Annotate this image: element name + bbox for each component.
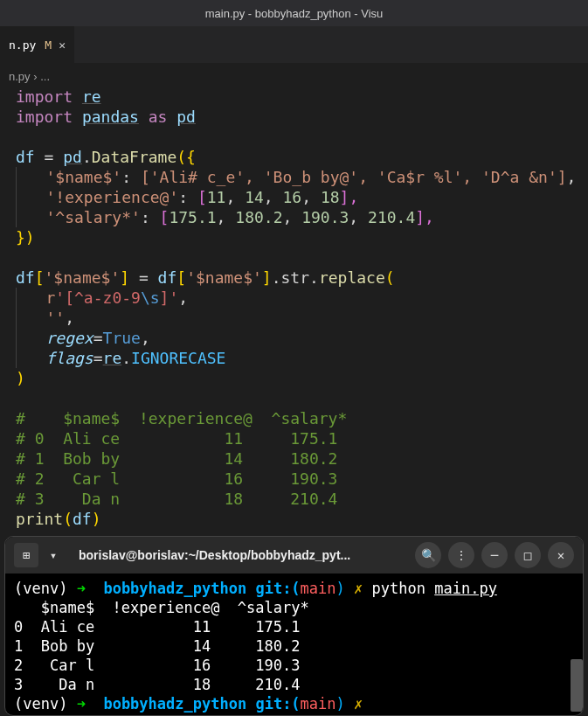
breadcrumb-sep: › — [33, 70, 37, 83]
plus-icon: ⊞ — [23, 548, 30, 562]
code-line: '$name$': ['Ali# c_e', 'Bo_b by@', 'Ca$r… — [16, 167, 572, 187]
code-line: '!experience@': [11, 14, 16, 18], — [16, 187, 572, 207]
close-icon: ✕ — [557, 548, 564, 562]
code-comment: # $name$ !experience@ ^salary* — [16, 408, 572, 428]
code-comment: # 3 Da n 18 210.4 — [16, 489, 572, 509]
code-line: print(df) — [16, 509, 572, 529]
terminal-output: 1 Bob by 14 180.2 — [14, 636, 574, 656]
editor-tab-bar: n.py M ✕ bobbyhadz.com 📦 — [0, 26, 588, 63]
code-line: import re — [16, 87, 572, 107]
tab-main-py[interactable]: n.py M ✕ — [0, 26, 74, 63]
terminal-output: $name$ !experience@ ^salary* — [14, 598, 574, 617]
terminal-line: (venv) ➜ bobbyhadz_python git:(main) ✗ — [14, 694, 574, 713]
breadcrumb-file: n.py — [9, 70, 31, 83]
minimize-button[interactable]: ─ — [481, 542, 508, 568]
tab-modified-indicator: M — [45, 38, 52, 52]
close-icon[interactable]: ✕ — [59, 38, 66, 52]
dropdown-button[interactable]: ▾ — [45, 543, 61, 567]
code-comment: # 1 Bob by 14 180.2 — [16, 448, 572, 469]
tab-label: n.py — [9, 38, 36, 52]
terminal-line: (venv) ➜ bobbyhadz_python git:(main) ✗ p… — [14, 579, 574, 598]
terminal-panel: ⊞ ▾ borislav@borislav:~/Desktop/bobbyhad… — [4, 536, 584, 716]
search-button[interactable]: 🔍 — [415, 542, 441, 568]
new-tab-button[interactable]: ⊞ — [14, 543, 38, 567]
minimize-icon: ─ — [491, 548, 498, 562]
terminal-header: ⊞ ▾ borislav@borislav:~/Desktop/bobbyhad… — [5, 537, 583, 573]
close-button[interactable]: ✕ — [548, 542, 574, 568]
code-line: import pandas as pd — [16, 107, 572, 127]
menu-button[interactable]: ⋮ — [448, 542, 474, 568]
scrollbar-thumb[interactable] — [571, 659, 583, 712]
code-comment: # 2 Car l 16 190.3 — [16, 469, 572, 489]
breadcrumb-more: ... — [40, 70, 50, 83]
terminal-body[interactable]: (venv) ➜ bobbyhadz_python git:(main) ✗ p… — [5, 573, 583, 716]
breadcrumb[interactable]: n.py › ... — [0, 68, 588, 87]
window-title: main.py - bobbyhadz_python - Visu — [205, 7, 384, 20]
search-icon: 🔍 — [421, 548, 436, 562]
code-comment: # 0 Ali ce 11 175.1 — [16, 428, 572, 448]
code-line: r'[^a-z0-9\s]', — [16, 288, 572, 308]
code-line: flags=re.IGNORECASE — [16, 348, 572, 368]
terminal-output: 0 Ali ce 11 175.1 — [14, 617, 574, 636]
code-line: df['$name$'] = df['$name$'].str.replace( — [16, 268, 572, 288]
terminal-title: borislav@borislav:~/Desktop/bobbyhadz_py… — [68, 548, 408, 562]
window-title-bar: main.py - bobbyhadz_python - Visu — [0, 0, 588, 26]
code-line: }) — [16, 227, 572, 247]
code-line: '^salary*': [175.1, 180.2, 190.3, 210.4]… — [16, 207, 572, 227]
terminal-output: 2 Car l 16 190.3 — [14, 656, 574, 675]
code-line: regex=True, — [16, 328, 572, 348]
code-line: ) — [16, 368, 572, 388]
maximize-button[interactable]: □ — [515, 542, 541, 568]
code-line: df = pd.DataFrame({ — [16, 147, 572, 167]
terminal-output: 3 Da n 18 210.4 — [14, 675, 574, 694]
code-line: '', — [16, 308, 572, 328]
chevron-down-icon: ▾ — [50, 548, 57, 562]
menu-icon: ⋮ — [455, 548, 467, 562]
maximize-icon: □ — [524, 548, 531, 562]
code-editor[interactable]: import re import pandas as pd df = pd.Da… — [0, 87, 588, 538]
